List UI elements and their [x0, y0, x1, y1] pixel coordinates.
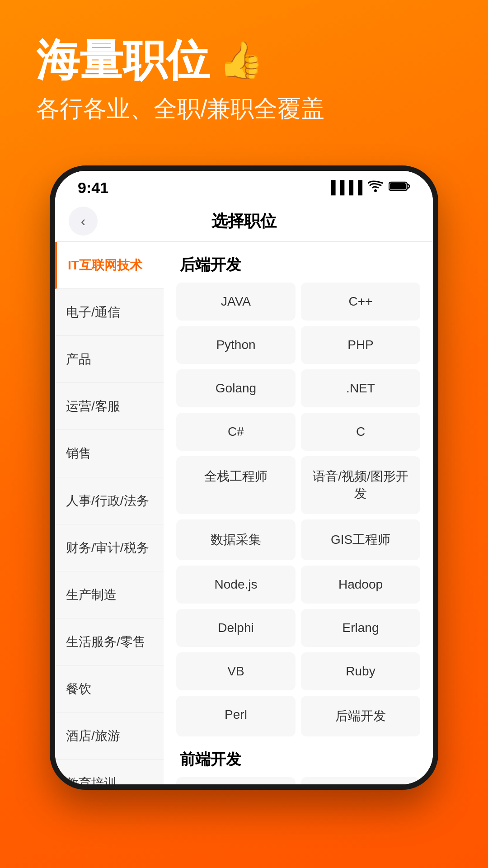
grid-1: web前端Flash开发 [173, 777, 424, 784]
grid-item-0-5[interactable]: .NET [301, 369, 420, 407]
grid-item-0-2[interactable]: Python [176, 326, 296, 364]
grid-item-0-10[interactable]: 数据采集 [176, 519, 296, 560]
sidebar-item-1[interactable]: 电子/通信 [55, 289, 164, 336]
grid-item-0-7[interactable]: C [301, 413, 420, 451]
grid-item-1-1[interactable]: Flash开发 [301, 777, 420, 784]
grid-item-0-17[interactable]: Ruby [301, 652, 420, 690]
right-content: 后端开发JAVAC++PythonPHPGolang.NETC#C全栈工程师语音… [164, 242, 433, 784]
section-header-1: 前端开发 [173, 736, 424, 777]
sidebar-item-4[interactable]: 销售 [55, 430, 164, 477]
back-button[interactable]: ‹ [69, 207, 98, 236]
grid-item-0-4[interactable]: Golang [176, 369, 296, 407]
hero-subtitle: 各行各业、全职/兼职全覆盖 [36, 93, 461, 125]
signal-icon: ▐▐▐▐ [327, 180, 362, 195]
section-header-0: 后端开发 [173, 242, 424, 283]
grid-item-0-13[interactable]: Hadoop [301, 566, 420, 604]
hero-section: 海量职位 👍 各行各业、全职/兼职全覆盖 [0, 0, 488, 152]
grid-item-0-9[interactable]: 语音/视频/图形开发 [301, 456, 420, 514]
sidebar-item-7[interactable]: 生产制造 [55, 571, 164, 618]
battery-icon [389, 180, 410, 195]
sidebar-item-11[interactable]: 教育培训 [55, 760, 164, 784]
page-title: 选择职位 [211, 210, 277, 232]
thumb-icon: 👍 [219, 40, 264, 80]
grid-item-0-8[interactable]: 全栈工程师 [176, 456, 296, 514]
grid-item-0-6[interactable]: C# [176, 413, 296, 451]
grid-item-0-3[interactable]: PHP [301, 326, 420, 364]
grid-item-0-15[interactable]: Erlang [301, 609, 420, 647]
back-icon: ‹ [81, 213, 86, 230]
grid-item-0-19[interactable]: 后端开发 [301, 696, 420, 736]
hero-title: 海量职位 👍 [36, 36, 461, 84]
status-icons: ▐▐▐▐ [327, 180, 410, 196]
sidebar: IT互联网技术电子/通信产品运营/客服销售人事/行政/法务财务/审计/税务生产制… [55, 242, 164, 784]
svg-rect-2 [390, 183, 406, 189]
sidebar-item-9[interactable]: 餐饮 [55, 665, 164, 712]
grid-item-0-14[interactable]: Delphi [176, 609, 296, 647]
hero-title-text: 海量职位 [36, 36, 210, 84]
sidebar-item-0[interactable]: IT互联网技术 [55, 242, 164, 289]
grid-item-0-0[interactable]: JAVA [176, 283, 296, 321]
sidebar-item-10[interactable]: 酒店/旅游 [55, 712, 164, 760]
sidebar-item-2[interactable]: 产品 [55, 336, 164, 383]
sidebar-item-3[interactable]: 运营/客服 [55, 383, 164, 430]
svg-point-0 [374, 189, 377, 192]
content-area: IT互联网技术电子/通信产品运营/客服销售人事/行政/法务财务/审计/税务生产制… [55, 242, 433, 784]
grid-item-1-0[interactable]: web前端 [176, 777, 296, 784]
grid-item-0-1[interactable]: C++ [301, 283, 420, 321]
sidebar-item-8[interactable]: 生活服务/零售 [55, 618, 164, 665]
wifi-icon [368, 180, 383, 196]
grid-item-0-12[interactable]: Node.js [176, 566, 296, 604]
nav-bar: ‹ 选择职位 [55, 201, 433, 242]
status-bar: 9:41 ▐▐▐▐ [55, 171, 433, 201]
grid-item-0-18[interactable]: Perl [176, 696, 296, 736]
grid-0: JAVAC++PythonPHPGolang.NETC#C全栈工程师语音/视频/… [173, 283, 424, 736]
grid-item-0-11[interactable]: GIS工程师 [301, 519, 420, 560]
status-time: 9:41 [78, 179, 108, 197]
sidebar-item-6[interactable]: 财务/审计/税务 [55, 524, 164, 571]
phone-frame: 9:41 ▐▐▐▐ ‹ [50, 165, 438, 790]
grid-item-0-16[interactable]: VB [176, 652, 296, 690]
sidebar-item-5[interactable]: 人事/行政/法务 [55, 477, 164, 524]
